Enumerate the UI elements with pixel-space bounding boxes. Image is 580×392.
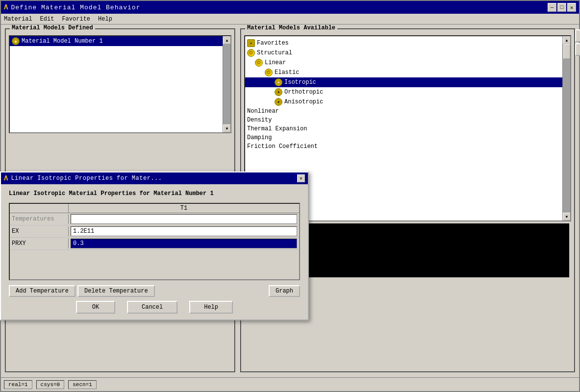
tree-item-damping[interactable]: Damping [245,133,562,142]
maximize-button[interactable]: □ [557,3,566,12]
dialog-row-prxy: PRXY [10,238,299,250]
side-btn-down[interactable]: ↓ [575,43,580,56]
right-scrollbar[interactable]: ▲ ▼ [562,36,570,220]
menu-edit[interactable]: Edit [40,16,54,23]
left-scrollbar[interactable]: ▲ ▼ [223,36,230,132]
tree-label-favorites: Favorites [257,40,289,47]
dialog-input-prxy[interactable] [71,239,297,248]
tree-item-density[interactable]: Density [245,116,562,124]
scroll-track [223,44,230,124]
tree-item-structural[interactable]: ⬡ Structural [245,48,562,58]
menu-bar: Material Edit Favorite Help [1,14,579,24]
side-btn-up[interactable]: ↑ [575,29,580,42]
dialog-icon: Λ [4,174,8,182]
dialog-input-ex[interactable] [71,226,297,236]
tree-item-orthotropic[interactable]: ◈ Orthotropic [245,87,562,97]
tree-label-thermal: Thermal Expansion [247,125,307,132]
structural-icon: ⬡ [247,49,255,57]
title-buttons: — □ ✕ [548,3,576,12]
anisotropic-icon: ◈ [275,98,282,106]
right-panel-label: Material Models Available [245,24,337,31]
dialog-row-ex: EX [10,225,299,238]
right-scroll-up[interactable]: ▲ [563,36,571,44]
model-icon: ◈ [12,37,20,45]
tree-label-elastic: Elastic [275,69,299,76]
cancel-button[interactable]: Cancel [127,301,177,314]
list-item[interactable]: ◈ Material Model Number 1 [10,36,223,46]
status-bar: real=1 csys=0 secn=1 [1,377,579,391]
dialog-close-button[interactable]: ✕ [297,174,305,182]
tree-label-linear: Linear [265,59,286,66]
dialog-title-left: Λ Linear Isotropic Properties for Mater.… [4,174,162,182]
right-side-buttons: ↑ ↓ [575,29,580,56]
tree-label-density: Density [247,117,272,123]
tree-label-friction: Friction Coefficient [247,143,318,150]
menu-help[interactable]: Help [98,16,112,23]
tree-label-damping: Damping [247,134,272,141]
menu-favorite[interactable]: Favorite [62,16,90,23]
model-label: Material Model Number 1 [22,38,103,45]
dialog-title-text: Linear Isotropic Properties for Mater... [11,175,162,182]
isotropic-icon: ◈ [275,78,282,86]
dialog-ok-row: OK Cancel Help [9,301,300,314]
dialog-content: Linear Isotropic Material Properties for… [1,184,308,319]
favorites-icon: ★ [247,39,255,47]
tree-item-friction[interactable]: Friction Coefficient [245,142,562,151]
tree-label-orthotropic: Orthotropic [284,89,323,96]
minimize-button[interactable]: — [548,3,556,12]
tree-item-anisotropic[interactable]: ◈ Anisotropic [245,97,562,107]
dialog-btn-row: Add Temperature Delete Temperature Graph [9,285,300,297]
close-button[interactable]: ✕ [567,3,576,12]
right-scroll-down[interactable]: ▼ [563,213,571,220]
dialog-title-bar: Λ Linear Isotropic Properties for Mater.… [1,172,308,184]
defined-models-list[interactable]: ◈ Material Model Number 1 ▲ ▼ [9,35,231,133]
tree-item-isotropic[interactable]: ◈ Isotropic [245,77,562,87]
elastic-icon: ⬡ [265,69,273,76]
dialog-label-ex: EX [10,226,69,236]
status-csys: csys=0 [36,380,65,389]
graph-button[interactable]: Graph [269,285,300,297]
ok-button[interactable]: OK [76,301,115,314]
right-scroll-thumb[interactable] [563,44,570,59]
dialog-table: T1 Temperatures EX PRXY [9,203,300,280]
status-real: real=1 [4,380,32,389]
tree-label-structural: Structural [257,49,292,56]
dialog-table-spacer [10,250,299,279]
dialog-input-temperatures[interactable] [71,214,297,224]
title-bar-left: Λ Define Material Model Behavior [4,3,140,11]
scroll-down-arrow[interactable]: ▼ [223,124,231,132]
dialog-window: Λ Linear Isotropic Properties for Mater.… [0,172,309,320]
dialog-col-t1: T1 [69,204,299,213]
linear-icon: ⬡ [255,59,263,67]
dialog-label-temperatures: Temperatures [10,214,69,224]
tree-item-elastic[interactable]: ⬡ Elastic [245,68,562,77]
tree-item-linear[interactable]: ⬡ Linear [245,58,562,68]
scroll-up-arrow[interactable]: ▲ [223,36,231,44]
tree-label-nonlinear: Nonlinear [247,108,279,115]
main-title-bar: Λ Define Material Model Behavior — □ ✕ [1,1,579,14]
dialog-heading: Linear Isotropic Material Properties for… [9,190,300,197]
tree-item-nonlinear[interactable]: Nonlinear [245,107,562,116]
dialog-label-prxy: PRXY [10,239,69,248]
main-window-icon: Λ [4,3,8,11]
add-temperature-button[interactable]: Add Temperature [9,285,76,297]
dialog-table-header: T1 [10,204,299,213]
left-panel-label: Material Models Defined [10,24,95,31]
right-scroll-track [563,44,570,213]
status-secn: secn=1 [68,380,97,389]
tree-item-favorites[interactable]: ★ Favorites [245,38,562,48]
main-window-title: Define Material Model Behavior [11,4,140,11]
tree-item-thermal[interactable]: Thermal Expansion [245,124,562,133]
delete-temperature-button[interactable]: Delete Temperature [77,285,155,297]
tree-label-isotropic: Isotropic [284,79,316,86]
orthotropic-icon: ◈ [275,88,282,96]
help-button[interactable]: Help [189,301,233,314]
dialog-row-temperatures: Temperatures [10,213,299,225]
dialog-col-label [10,204,69,213]
tree-label-anisotropic: Anisotropic [284,98,323,105]
menu-material[interactable]: Material [4,16,32,23]
